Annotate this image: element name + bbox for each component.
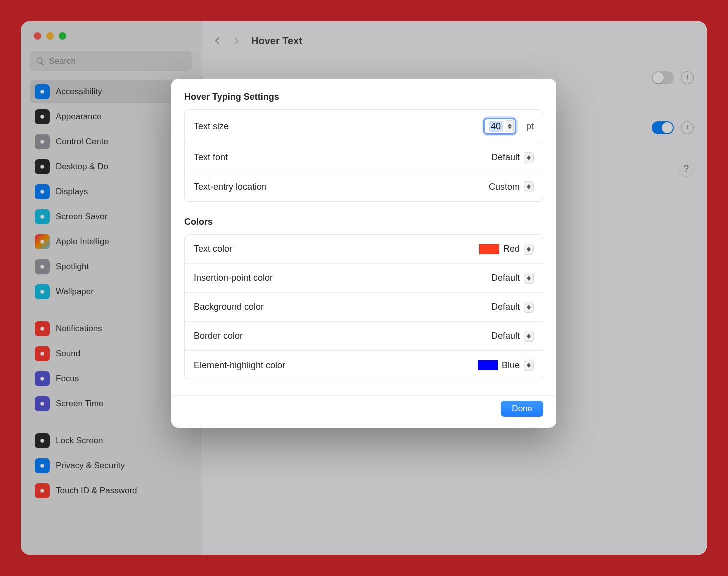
settings-row: Background colorDefault <box>185 293 543 322</box>
sidebar-item-lock-screen[interactable]: Lock Screen <box>30 429 192 452</box>
dropdown-select[interactable]: Default <box>492 273 534 284</box>
select-value: Default <box>492 273 520 283</box>
sidebar-item-icon <box>35 371 50 386</box>
up-down-arrows-icon <box>524 273 534 284</box>
svg-point-4 <box>40 190 44 194</box>
row-label: Text color <box>194 244 232 254</box>
forward-icon[interactable] <box>232 36 242 46</box>
sidebar-item-wallpaper[interactable]: Wallpaper <box>30 280 192 303</box>
search-placeholder: Search <box>49 56 76 66</box>
fullscreen-window-icon[interactable] <box>59 32 66 40</box>
dropdown-select[interactable]: Default <box>492 152 534 163</box>
sidebar-item-notifications[interactable]: Notifications <box>30 317 192 340</box>
color-swatch <box>480 244 500 254</box>
sidebar-item-label: Desktop & Do <box>56 162 108 172</box>
settings-panel-main: Text size40ptText fontDefaultText-entry … <box>184 109 544 202</box>
sidebar-item-icon <box>35 184 50 199</box>
row-label: Text size <box>194 121 229 132</box>
settings-row: Text size40pt <box>185 110 543 143</box>
info-icon[interactable]: i <box>681 121 694 134</box>
sidebar-item-icon <box>35 284 50 299</box>
sidebar-item-accessibility[interactable]: Accessibility <box>30 80 192 103</box>
sidebar-item-icon <box>35 483 50 498</box>
up-down-arrows-icon <box>524 302 534 313</box>
sidebar-item-icon <box>35 234 50 249</box>
search-input[interactable]: Search <box>30 51 192 71</box>
dropdown-select[interactable]: Custom <box>489 181 534 192</box>
sidebar-item-screen-saver[interactable]: Screen Saver <box>30 205 192 228</box>
sidebar-item-label: Notifications <box>56 324 102 334</box>
sidebar-item-label: Apple Intellige <box>56 237 110 247</box>
sidebar-item-label: Displays <box>56 187 88 197</box>
settings-row: Border colorDefault <box>185 322 543 351</box>
select-value: Blue <box>502 360 520 371</box>
minimize-window-icon[interactable] <box>46 32 54 40</box>
svg-point-2 <box>40 140 44 144</box>
stepper-arrows-icon[interactable] <box>506 120 514 132</box>
up-down-arrows-icon <box>524 360 534 371</box>
sidebar-item-apple-intellige[interactable]: Apple Intellige <box>30 230 192 253</box>
sidebar-item-icon <box>35 458 50 473</box>
dropdown-select[interactable]: Default <box>492 331 534 342</box>
page-title: Hover Text <box>252 35 302 47</box>
sidebar-item-control-cente[interactable]: Control Cente <box>30 130 192 153</box>
help-icon[interactable]: ? <box>679 161 694 176</box>
row-label: Text font <box>194 152 228 163</box>
close-window-icon[interactable] <box>34 32 42 40</box>
toggle-switch[interactable] <box>652 121 674 134</box>
svg-point-5 <box>40 215 44 219</box>
color-picker-select[interactable]: Red <box>480 244 534 255</box>
svg-point-13 <box>40 439 44 443</box>
sidebar-item-icon <box>35 396 50 411</box>
svg-point-0 <box>40 90 44 94</box>
dropdown-select[interactable]: Default <box>492 302 534 313</box>
text-size-stepper[interactable]: 40 <box>484 118 516 135</box>
row-label: Border color <box>194 331 243 341</box>
sidebar-item-label: Privacy & Security <box>56 461 125 471</box>
sidebar-item-label: Touch ID & Password <box>56 486 138 496</box>
sidebar-item-screen-time[interactable]: Screen Time <box>30 392 192 415</box>
sidebar-item-touch-id-password[interactable]: Touch ID & Password <box>30 479 192 502</box>
sidebar-item-icon <box>35 321 50 336</box>
settings-panel-colors: Text colorRedInsertion-point colorDefaul… <box>184 234 544 380</box>
sidebar-item-icon <box>35 259 50 274</box>
settings-row: Element-highlight colorBlue <box>185 351 543 380</box>
unit-label: pt <box>526 121 534 132</box>
sidebar-item-privacy-security[interactable]: Privacy & Security <box>30 454 192 477</box>
select-value: Red <box>504 244 520 254</box>
svg-point-7 <box>40 265 44 269</box>
info-icon[interactable]: i <box>681 71 694 84</box>
settings-row: Text-entry locationCustom <box>185 172 543 201</box>
hover-typing-settings-sheet: Hover Typing Settings Text size40ptText … <box>172 79 556 428</box>
sidebar-item-desktop-do[interactable]: Desktop & Do <box>30 155 192 178</box>
done-button[interactable]: Done <box>501 401 544 417</box>
row-label: Insertion-point color <box>194 273 273 283</box>
row-label: Background color <box>194 302 264 312</box>
svg-point-8 <box>40 290 44 294</box>
settings-row: Text colorRed <box>185 235 543 264</box>
sidebar-item-icon <box>35 209 50 224</box>
sidebar-item-spotlight[interactable]: Spotlight <box>30 255 192 278</box>
search-icon <box>36 57 45 66</box>
toggle-switch[interactable] <box>652 71 674 84</box>
sidebar-item-label: Control Cente <box>56 137 108 147</box>
stepper-value: 40 <box>489 121 503 132</box>
sidebar-item-icon <box>35 346 50 361</box>
sidebar-item-appearance[interactable]: Appearance <box>30 105 192 128</box>
sidebar-item-icon <box>35 134 50 149</box>
svg-point-1 <box>40 115 44 119</box>
sidebar-item-label: Wallpaper <box>56 287 94 297</box>
back-icon[interactable] <box>212 36 222 46</box>
up-down-arrows-icon <box>524 331 534 342</box>
select-value: Default <box>492 152 520 163</box>
color-picker-select[interactable]: Blue <box>478 360 534 371</box>
svg-point-3 <box>40 165 44 169</box>
sidebar-item-displays[interactable]: Displays <box>30 180 192 203</box>
sidebar-item-sound[interactable]: Sound <box>30 342 192 365</box>
sidebar-item-icon <box>35 433 50 448</box>
sidebar-item-focus[interactable]: Focus <box>30 367 192 390</box>
colors-section-title: Colors <box>172 217 556 227</box>
row-label: Text-entry location <box>194 182 267 192</box>
window-traffic-lights <box>34 32 66 40</box>
up-down-arrows-icon <box>524 181 534 192</box>
